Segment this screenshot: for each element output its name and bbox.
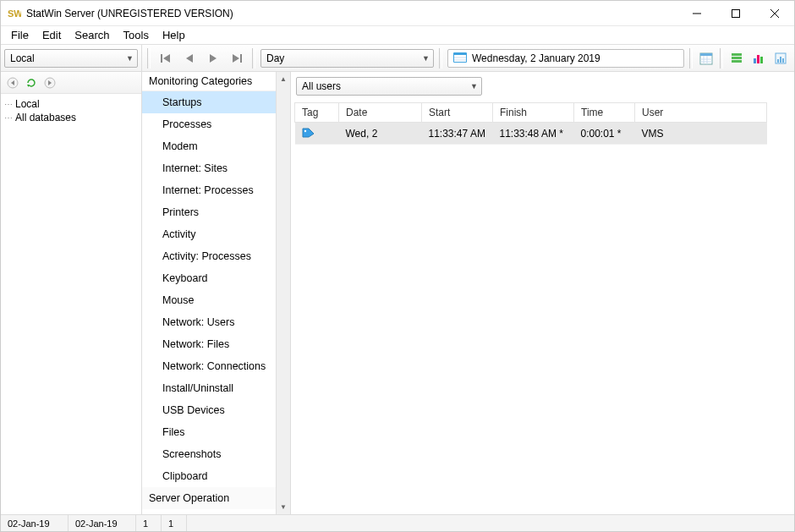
status-count-1: 1 bbox=[136, 515, 162, 531]
col-header-finish[interactable]: Finish bbox=[493, 103, 574, 123]
cell-time: 0:00:01 * bbox=[574, 123, 635, 145]
nav-next-button[interactable] bbox=[203, 48, 223, 69]
category-item[interactable]: Network: Users bbox=[142, 311, 290, 333]
category-item[interactable]: Activity bbox=[142, 223, 290, 245]
menu-file[interactable]: File bbox=[4, 27, 36, 43]
left-panel: ⋯ Local ⋯ All databases bbox=[1, 72, 142, 514]
scroll-up-button[interactable]: ▲ bbox=[277, 72, 290, 86]
category-item[interactable]: Clipboard bbox=[142, 465, 290, 487]
col-header-user[interactable]: User bbox=[635, 103, 767, 123]
svg-rect-21 bbox=[732, 53, 742, 56]
svg-rect-22 bbox=[732, 57, 742, 59]
category-item[interactable]: Internet: Processes bbox=[142, 179, 290, 201]
menu-tools[interactable]: Tools bbox=[117, 27, 156, 43]
calendar-button[interactable] bbox=[696, 48, 716, 69]
category-item[interactable]: Activity: Processes bbox=[142, 245, 290, 267]
svg-marker-8 bbox=[210, 54, 217, 63]
col-header-tag[interactable]: Tag bbox=[295, 103, 339, 123]
menu-search[interactable]: Search bbox=[68, 27, 116, 43]
summary-view-button[interactable] bbox=[770, 48, 791, 69]
database-tree: ⋯ Local ⋯ All databases bbox=[1, 94, 141, 514]
minimize-button[interactable] bbox=[677, 1, 716, 26]
tree-item-label: Local bbox=[15, 98, 40, 110]
category-item[interactable]: Keyboard bbox=[142, 267, 290, 289]
nav-last-button[interactable] bbox=[227, 48, 247, 69]
category-item[interactable]: Processes bbox=[142, 113, 290, 135]
svg-rect-26 bbox=[760, 57, 763, 63]
category-item[interactable]: Internet: Sites bbox=[142, 157, 290, 179]
svg-rect-24 bbox=[754, 58, 756, 63]
col-header-time[interactable]: Time bbox=[574, 103, 635, 123]
tree-branch-icon: ⋯ bbox=[4, 100, 11, 109]
category-item[interactable]: Network: Connections bbox=[142, 355, 290, 377]
svg-marker-6 bbox=[163, 54, 170, 63]
category-item[interactable]: Files bbox=[142, 421, 290, 443]
svg-rect-28 bbox=[777, 59, 779, 63]
category-item[interactable]: Install/Uninstall bbox=[142, 377, 290, 399]
status-count-2: 1 bbox=[162, 515, 187, 531]
forward-button[interactable] bbox=[41, 74, 58, 91]
col-header-date[interactable]: Date bbox=[339, 103, 422, 123]
chevron-down-icon: ▼ bbox=[126, 54, 134, 63]
menu-edit[interactable]: Edit bbox=[36, 27, 68, 43]
database-combo-value: Local bbox=[10, 52, 35, 64]
scroll-down-button[interactable]: ▼ bbox=[277, 500, 290, 514]
date-display[interactable]: Wednesday, 2 January 2019 bbox=[447, 49, 684, 68]
cell-tag bbox=[295, 123, 339, 145]
calendar-icon bbox=[453, 51, 467, 65]
category-item[interactable]: Screenshots bbox=[142, 443, 290, 465]
refresh-button[interactable] bbox=[23, 74, 40, 91]
database-combo[interactable]: Local ▼ bbox=[4, 49, 138, 68]
status-date-from: 02-Jan-19 bbox=[1, 515, 69, 531]
close-button[interactable] bbox=[755, 1, 794, 26]
category-item[interactable]: USB Devices bbox=[142, 399, 290, 421]
svg-marker-36 bbox=[303, 129, 314, 137]
svg-rect-5 bbox=[161, 54, 162, 63]
list-view-button[interactable] bbox=[726, 48, 747, 69]
svg-rect-2 bbox=[732, 9, 740, 17]
category-item[interactable]: Modem bbox=[142, 135, 290, 157]
maximize-button[interactable] bbox=[716, 1, 755, 26]
window-title: StatWin Server (UNREGISTERED VERSION) bbox=[26, 8, 233, 19]
period-combo-value: Day bbox=[266, 52, 284, 64]
tree-item-all-databases[interactable]: ⋯ All databases bbox=[3, 111, 140, 124]
tree-item-label: All databases bbox=[15, 112, 76, 123]
chevron-down-icon: ▼ bbox=[470, 82, 478, 90]
table-row[interactable]: Wed, 211:33:47 AM11:33:48 AM *0:00:01 *V… bbox=[295, 123, 767, 145]
svg-rect-30 bbox=[782, 58, 784, 63]
categories-panel: Monitoring Categories StartupsProcessesM… bbox=[142, 72, 291, 514]
cell-date: Wed, 2 bbox=[339, 123, 422, 145]
status-date-to: 02-Jan-19 bbox=[69, 515, 136, 531]
cell-finish: 11:33:48 AM * bbox=[493, 123, 574, 145]
title-bar: SW StatWin Server (UNREGISTERED VERSION) bbox=[1, 1, 794, 26]
category-item[interactable]: Mouse bbox=[142, 289, 290, 311]
nav-first-button[interactable] bbox=[156, 48, 176, 69]
left-nav-toolbar bbox=[1, 72, 141, 94]
svg-rect-12 bbox=[454, 55, 466, 62]
chevron-down-icon: ▼ bbox=[422, 54, 430, 63]
period-combo[interactable]: Day ▼ bbox=[260, 49, 434, 68]
status-bar: 02-Jan-19 02-Jan-19 1 1 bbox=[1, 514, 794, 531]
svg-rect-23 bbox=[732, 60, 742, 63]
category-item[interactable]: Printers bbox=[142, 201, 290, 223]
app-icon: SW bbox=[8, 7, 21, 20]
category-item[interactable]: Startups bbox=[142, 91, 290, 113]
users-filter-value: All users bbox=[302, 80, 341, 92]
menu-bar: File Edit Search Tools Help bbox=[1, 26, 794, 45]
users-filter-combo[interactable]: All users ▼ bbox=[296, 77, 482, 96]
category-section[interactable]: Server Operation bbox=[142, 487, 290, 509]
category-item[interactable]: Network: Files bbox=[142, 333, 290, 355]
svg-rect-16 bbox=[700, 53, 712, 56]
nav-prev-button[interactable] bbox=[179, 48, 200, 69]
menu-help[interactable]: Help bbox=[156, 27, 192, 43]
back-button[interactable] bbox=[4, 74, 21, 91]
categories-scrollbar[interactable]: ▲ ▼ bbox=[276, 72, 290, 514]
col-header-start[interactable]: Start bbox=[422, 103, 493, 123]
cell-start: 11:33:47 AM bbox=[422, 123, 493, 145]
svg-rect-10 bbox=[240, 54, 242, 63]
tree-item-local[interactable]: ⋯ Local bbox=[3, 97, 140, 111]
svg-text:SW: SW bbox=[8, 8, 21, 19]
toolbar: Local ▼ Day ▼ bbox=[1, 45, 794, 72]
chart-view-button[interactable] bbox=[748, 48, 769, 69]
svg-rect-29 bbox=[780, 57, 781, 63]
